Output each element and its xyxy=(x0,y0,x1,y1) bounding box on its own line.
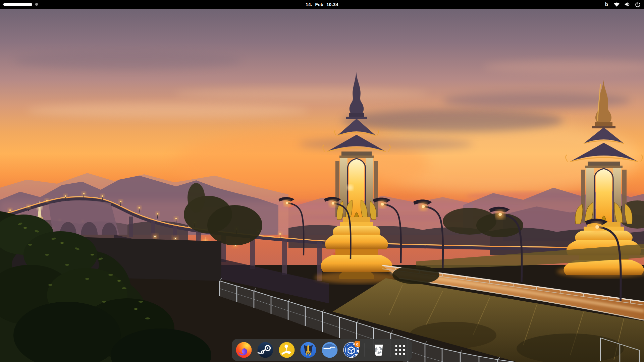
app-grid-icon xyxy=(392,342,409,358)
workspace-inactive-dot[interactable] xyxy=(35,3,38,6)
bing-icon[interactable]: b xyxy=(605,2,608,7)
dock-item-joystick-app[interactable] xyxy=(278,342,295,358)
dock-item-steam[interactable] xyxy=(257,342,274,358)
notification-badge: d xyxy=(355,341,360,347)
dock-item-blue-folder-app[interactable] xyxy=(321,342,338,358)
dock-item-app-grid[interactable] xyxy=(392,342,409,358)
dock: d xyxy=(232,339,412,361)
dock-item-firefox[interactable] xyxy=(235,342,252,358)
volume-icon xyxy=(624,2,631,7)
dock-item-trash[interactable] xyxy=(370,342,387,358)
shield-sword-icon xyxy=(300,342,317,358)
dock-item-heroic-games-launcher[interactable] xyxy=(300,342,317,358)
top-bar: 14. Feb 10:34 b xyxy=(0,0,644,9)
workspace-active-pill[interactable] xyxy=(3,3,32,6)
clock-button[interactable]: 14. Feb 10:34 xyxy=(302,2,341,7)
system-menu[interactable] xyxy=(613,2,641,7)
wifi-icon xyxy=(613,2,620,7)
firefox-icon xyxy=(235,342,252,358)
trash-icon xyxy=(371,342,386,358)
steam-icon xyxy=(257,342,274,358)
blue-folder-icon xyxy=(321,342,338,358)
power-icon xyxy=(635,2,641,7)
wallpaper xyxy=(0,0,644,362)
desktop: 14. Feb 10:34 b xyxy=(0,0,644,362)
workspace-indicator[interactable] xyxy=(3,3,38,6)
dock-item-cube-app[interactable]: d xyxy=(343,342,360,358)
yellow-joystick-icon xyxy=(278,342,295,358)
dock-separator xyxy=(365,343,365,357)
